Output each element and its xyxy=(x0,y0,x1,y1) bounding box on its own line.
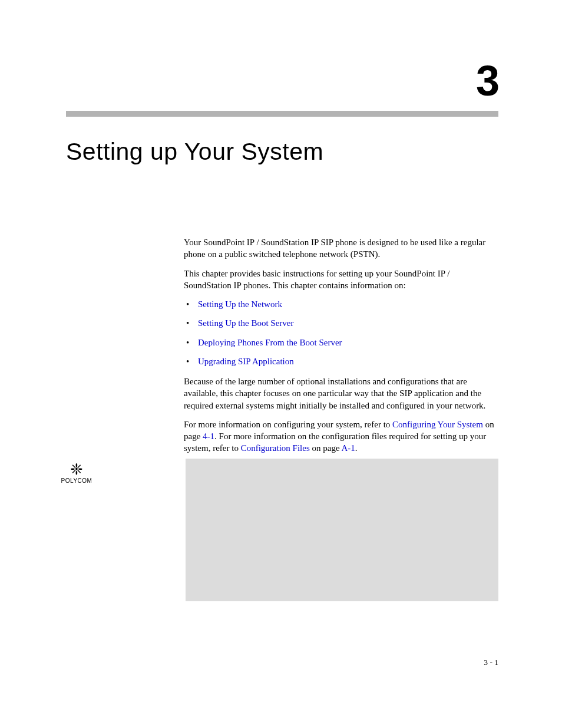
link-configuring-your-system[interactable]: Configuring Your System xyxy=(392,420,483,429)
link-upgrading-sip[interactable]: Upgrading SIP Application xyxy=(198,357,294,366)
list-item: Deploying Phones From the Boot Server xyxy=(184,337,498,348)
link-setting-up-boot-server[interactable]: Setting Up the Boot Server xyxy=(198,318,293,328)
intro-paragraph-2: This chapter provides basic instructions… xyxy=(184,268,498,292)
text-run: . xyxy=(355,443,358,453)
link-deploying-phones[interactable]: Deploying Phones From the Boot Server xyxy=(198,338,342,347)
link-page-a-1[interactable]: A-1 xyxy=(341,443,355,453)
intro-paragraph-1: Your SoundPoint IP / SoundStation IP SIP… xyxy=(184,236,498,261)
text-run: For more information on configuring your… xyxy=(184,420,392,429)
text-run: on page xyxy=(310,443,342,453)
chapter-title: Setting up Your System xyxy=(66,138,498,166)
chapter-number: 3 xyxy=(66,57,498,105)
page-number: 3 - 1 xyxy=(484,658,498,667)
link-page-4-1[interactable]: 4-1 xyxy=(203,431,214,441)
link-setting-up-network[interactable]: Setting Up the Network xyxy=(198,299,282,309)
body-paragraph-3: Because of the large number of optional … xyxy=(184,375,498,411)
list-item: Setting Up the Boot Server xyxy=(184,317,498,329)
list-item: Upgrading SIP Application xyxy=(184,355,498,367)
polycom-icon: ❈ xyxy=(56,462,97,477)
topic-list: Setting Up the Network Setting Up the Bo… xyxy=(184,298,498,367)
divider-bar xyxy=(66,111,498,117)
polycom-logo: ❈ POLYCOM xyxy=(56,462,97,484)
list-item: Setting Up the Network xyxy=(184,298,498,310)
polycom-text: POLYCOM xyxy=(56,477,97,484)
body-paragraph-4: For more information on configuring your… xyxy=(184,419,498,454)
figure-placeholder xyxy=(186,459,498,601)
body-content: Your SoundPoint IP / SoundStation IP SIP… xyxy=(184,236,498,454)
link-configuration-files[interactable]: Configuration Files xyxy=(241,443,310,453)
